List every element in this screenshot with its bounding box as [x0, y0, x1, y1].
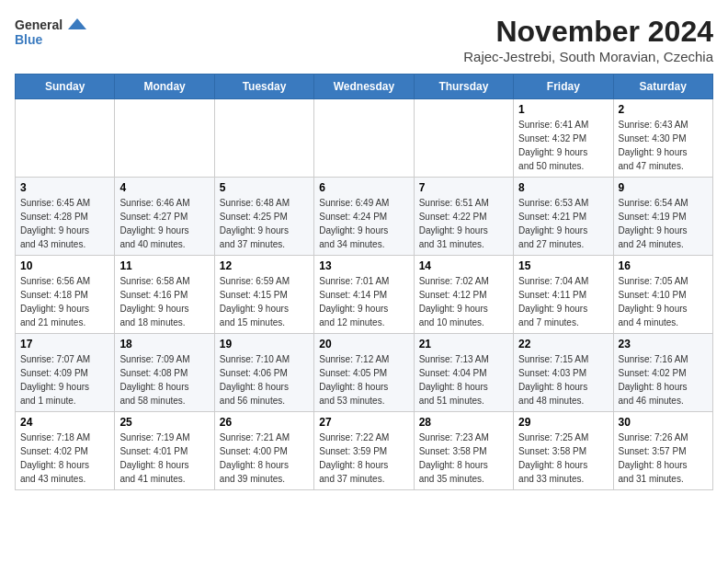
day-number: 12 — [220, 259, 309, 272]
weekday-header: Thursday — [414, 75, 513, 99]
calendar-cell: 6Sunrise: 6:49 AMSunset: 4:24 PMDaylight… — [314, 178, 414, 256]
day-number: 1 — [518, 103, 608, 116]
day-number: 6 — [319, 181, 408, 194]
location-title: Rajec-Jestrebi, South Moravian, Czechia — [463, 49, 713, 64]
day-number: 17 — [20, 338, 109, 350]
day-number: 15 — [518, 259, 608, 272]
calendar-cell: 23Sunrise: 7:16 AMSunset: 4:02 PMDayligh… — [613, 334, 712, 412]
calendar-cell: 4Sunrise: 6:46 AMSunset: 4:27 PMDaylight… — [115, 178, 214, 256]
day-number: 29 — [518, 416, 608, 429]
calendar-cell: 21Sunrise: 7:13 AMSunset: 4:04 PMDayligh… — [414, 334, 513, 412]
day-info: Sunrise: 7:01 AMSunset: 4:14 PMDaylight:… — [319, 274, 408, 329]
calendar-table: SundayMondayTuesdayWednesdayThursdayFrid… — [15, 74, 713, 490]
day-info: Sunrise: 6:43 AMSunset: 4:30 PMDaylight:… — [619, 118, 708, 173]
calendar-cell: 5Sunrise: 6:48 AMSunset: 4:25 PMDaylight… — [214, 178, 313, 256]
day-info: Sunrise: 6:51 AMSunset: 4:22 PMDaylight:… — [419, 196, 508, 251]
calendar-cell: 24Sunrise: 7:18 AMSunset: 4:02 PMDayligh… — [16, 412, 115, 490]
day-info: Sunrise: 7:21 AMSunset: 4:00 PMDaylight:… — [220, 431, 309, 486]
day-info: Sunrise: 6:46 AMSunset: 4:27 PMDaylight:… — [119, 196, 209, 251]
svg-marker-2 — [68, 18, 86, 29]
day-number: 24 — [20, 416, 109, 429]
calendar-cell: 14Sunrise: 7:02 AMSunset: 4:12 PMDayligh… — [414, 256, 513, 334]
calendar-cell: 12Sunrise: 6:59 AMSunset: 4:15 PMDayligh… — [214, 256, 313, 334]
day-info: Sunrise: 7:15 AMSunset: 4:03 PMDaylight:… — [518, 352, 608, 408]
day-info: Sunrise: 6:56 AMSunset: 4:18 PMDaylight:… — [20, 274, 109, 329]
day-number: 27 — [319, 416, 408, 429]
day-info: Sunrise: 7:16 AMSunset: 4:02 PMDaylight:… — [619, 352, 708, 408]
day-number: 20 — [319, 338, 408, 350]
day-info: Sunrise: 6:45 AMSunset: 4:28 PMDaylight:… — [20, 196, 109, 251]
calendar-cell: 3Sunrise: 6:45 AMSunset: 4:28 PMDaylight… — [16, 178, 115, 256]
calendar-cell — [314, 99, 414, 178]
weekday-header-row: SundayMondayTuesdayWednesdayThursdayFrid… — [16, 75, 713, 99]
day-info: Sunrise: 6:49 AMSunset: 4:24 PMDaylight:… — [319, 196, 408, 251]
day-number: 4 — [119, 181, 209, 194]
calendar-cell: 11Sunrise: 6:58 AMSunset: 4:16 PMDayligh… — [115, 256, 214, 334]
day-number: 22 — [518, 338, 608, 350]
day-number: 11 — [119, 259, 209, 272]
day-number: 2 — [619, 103, 708, 116]
day-number: 18 — [119, 338, 209, 350]
weekday-header: Saturday — [613, 75, 712, 99]
day-info: Sunrise: 7:26 AMSunset: 3:57 PMDaylight:… — [619, 431, 708, 486]
day-info: Sunrise: 7:07 AMSunset: 4:09 PMDaylight:… — [20, 352, 109, 408]
weekday-header: Wednesday — [314, 75, 414, 99]
calendar-cell: 16Sunrise: 7:05 AMSunset: 4:10 PMDayligh… — [613, 256, 712, 334]
calendar-cell: 22Sunrise: 7:15 AMSunset: 4:03 PMDayligh… — [514, 334, 613, 412]
month-title: November 2024 — [463, 15, 713, 49]
day-info: Sunrise: 7:12 AMSunset: 4:05 PMDaylight:… — [319, 352, 408, 408]
day-number: 14 — [419, 259, 508, 272]
calendar-cell: 13Sunrise: 7:01 AMSunset: 4:14 PMDayligh… — [314, 256, 414, 334]
day-info: Sunrise: 7:22 AMSunset: 3:59 PMDaylight:… — [319, 431, 408, 486]
logo: General Blue — [15, 15, 92, 52]
day-info: Sunrise: 6:59 AMSunset: 4:15 PMDaylight:… — [220, 274, 309, 329]
calendar-cell: 17Sunrise: 7:07 AMSunset: 4:09 PMDayligh… — [16, 334, 115, 412]
day-number: 13 — [319, 259, 408, 272]
calendar-cell: 19Sunrise: 7:10 AMSunset: 4:06 PMDayligh… — [214, 334, 313, 412]
day-number: 7 — [419, 181, 508, 194]
calendar-cell: 27Sunrise: 7:22 AMSunset: 3:59 PMDayligh… — [314, 412, 414, 490]
calendar-cell: 1Sunrise: 6:41 AMSunset: 4:32 PMDaylight… — [514, 99, 613, 178]
calendar-cell — [214, 99, 313, 178]
svg-text:General: General — [15, 17, 63, 32]
calendar-cell: 2Sunrise: 6:43 AMSunset: 4:30 PMDaylight… — [613, 99, 712, 178]
svg-text:Blue: Blue — [15, 32, 43, 47]
day-info: Sunrise: 7:13 AMSunset: 4:04 PMDaylight:… — [419, 352, 508, 408]
day-info: Sunrise: 6:41 AMSunset: 4:32 PMDaylight:… — [518, 118, 608, 173]
calendar-cell: 20Sunrise: 7:12 AMSunset: 4:05 PMDayligh… — [314, 334, 414, 412]
weekday-header: Sunday — [16, 75, 115, 99]
calendar-cell — [16, 99, 115, 178]
day-number: 19 — [220, 338, 309, 350]
day-info: Sunrise: 6:54 AMSunset: 4:19 PMDaylight:… — [619, 196, 708, 251]
day-info: Sunrise: 7:04 AMSunset: 4:11 PMDaylight:… — [518, 274, 608, 329]
day-number: 21 — [419, 338, 508, 350]
calendar-cell: 15Sunrise: 7:04 AMSunset: 4:11 PMDayligh… — [514, 256, 613, 334]
day-info: Sunrise: 7:02 AMSunset: 4:12 PMDaylight:… — [419, 274, 508, 329]
calendar-cell: 29Sunrise: 7:25 AMSunset: 3:58 PMDayligh… — [514, 412, 613, 490]
day-info: Sunrise: 7:23 AMSunset: 3:58 PMDaylight:… — [419, 431, 508, 486]
calendar-cell: 18Sunrise: 7:09 AMSunset: 4:08 PMDayligh… — [115, 334, 214, 412]
day-info: Sunrise: 7:19 AMSunset: 4:01 PMDaylight:… — [119, 431, 209, 486]
day-number: 8 — [518, 181, 608, 194]
day-number: 26 — [220, 416, 309, 429]
calendar-cell: 10Sunrise: 6:56 AMSunset: 4:18 PMDayligh… — [16, 256, 115, 334]
day-number: 23 — [619, 338, 708, 350]
calendar-cell: 26Sunrise: 7:21 AMSunset: 4:00 PMDayligh… — [214, 412, 313, 490]
calendar-cell: 7Sunrise: 6:51 AMSunset: 4:22 PMDaylight… — [414, 178, 513, 256]
weekday-header: Tuesday — [214, 75, 313, 99]
day-number: 30 — [619, 416, 708, 429]
calendar-cell — [115, 99, 214, 178]
day-info: Sunrise: 6:58 AMSunset: 4:16 PMDaylight:… — [119, 274, 209, 329]
day-number: 5 — [220, 181, 309, 194]
title-section: November 2024 Rajec-Jestrebi, South Mora… — [463, 15, 713, 64]
day-info: Sunrise: 7:09 AMSunset: 4:08 PMDaylight:… — [119, 352, 209, 408]
calendar-cell: 25Sunrise: 7:19 AMSunset: 4:01 PMDayligh… — [115, 412, 214, 490]
calendar-cell: 8Sunrise: 6:53 AMSunset: 4:21 PMDaylight… — [514, 178, 613, 256]
day-number: 25 — [119, 416, 209, 429]
day-info: Sunrise: 7:25 AMSunset: 3:58 PMDaylight:… — [518, 431, 608, 486]
calendar-cell: 9Sunrise: 6:54 AMSunset: 4:19 PMDaylight… — [613, 178, 712, 256]
header: General Blue November 2024 Rajec-Jestreb… — [15, 15, 713, 64]
day-number: 9 — [619, 181, 708, 194]
logo-icon: General Blue — [15, 15, 88, 52]
calendar-cell — [414, 99, 513, 178]
